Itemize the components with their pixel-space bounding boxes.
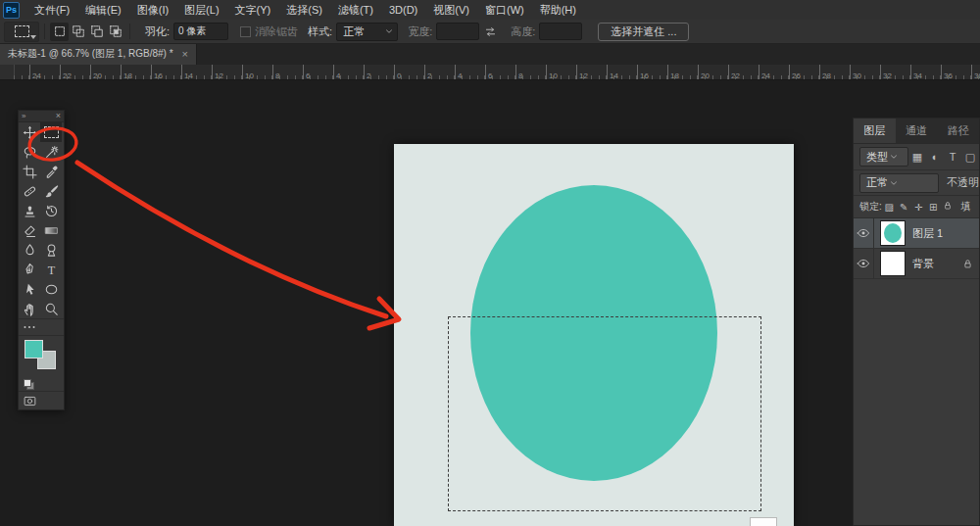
lock-position-icon[interactable]: ✛: [911, 202, 926, 213]
filter-shape-icon[interactable]: ▢: [961, 151, 979, 164]
dodge-tool[interactable]: [40, 240, 62, 260]
layer-visibility-toggle[interactable]: [854, 218, 874, 248]
menu-item-1[interactable]: 编辑(E): [77, 0, 129, 20]
swap-width-height-button[interactable]: [481, 23, 499, 40]
tab-paths[interactable]: 路径: [937, 119, 979, 143]
default-colors-icon[interactable]: [24, 379, 34, 390]
lock-glyph-icon: [943, 201, 953, 211]
canvas[interactable]: [394, 144, 794, 526]
intersect-selection-button[interactable]: [106, 23, 124, 41]
quick-selection-tool[interactable]: [40, 142, 62, 162]
ruler-tick: 24: [29, 65, 41, 79]
lock-transparency-icon[interactable]: ▨: [882, 202, 897, 213]
menu-item-6[interactable]: 滤镜(T): [330, 0, 381, 20]
crop-tool[interactable]: [19, 162, 40, 181]
pen-tool[interactable]: [19, 260, 40, 279]
eraser-tool[interactable]: [19, 220, 40, 240]
close-document-icon[interactable]: ×: [182, 48, 188, 60]
subtract-from-selection-button[interactable]: [87, 23, 106, 41]
collapse-panel-icon[interactable]: »: [22, 112, 25, 120]
menu-item-8[interactable]: 视图(V): [425, 0, 477, 20]
foreground-color-swatch[interactable]: [24, 340, 43, 359]
style-label: 样式:: [308, 24, 332, 39]
close-panel-icon[interactable]: ×: [56, 112, 61, 120]
chevron-down-icon: [888, 152, 899, 163]
lock-all-icon[interactable]: [941, 201, 956, 211]
spot-healing-brush-tool[interactable]: [19, 181, 40, 201]
rectangular-marquee-icon: [15, 25, 29, 37]
lock-label: 锁定:: [859, 200, 882, 214]
eyedropper-tool[interactable]: [40, 162, 62, 181]
path-selection-tool[interactable]: [19, 279, 40, 299]
menu-item-9[interactable]: 窗口(W): [477, 0, 532, 20]
lock-artboard-icon[interactable]: ⊞: [926, 202, 941, 213]
tab-layers[interactable]: 图层: [854, 119, 896, 143]
lasso-icon: [23, 145, 37, 160]
layer-visibility-toggle[interactable]: [854, 249, 874, 278]
filter-kind-value: 类型: [866, 150, 888, 165]
options-bar: 羽化: 0 像素 消除锯齿 样式: 正常 宽度: 高度: 选择并遮住 ...: [0, 20, 980, 44]
menu-item-10[interactable]: 帮助(H): [532, 0, 584, 20]
fill-label: 填: [961, 200, 971, 214]
layer-row-1[interactable]: 背景: [854, 249, 979, 279]
brush-tool[interactable]: [40, 181, 62, 201]
menu-item-2[interactable]: 图像(I): [129, 0, 176, 20]
more-tools-icon: [23, 320, 36, 334]
width-label: 宽度:: [408, 24, 432, 39]
layer-thumbnail[interactable]: [880, 251, 906, 276]
layer-filter-row: 类型 ▦◐T▢: [854, 144, 979, 170]
menu-item-0[interactable]: 文件(F): [26, 0, 77, 20]
gradient-tool[interactable]: [40, 220, 62, 240]
menu-bar: Ps 文件(F)编辑(E)图像(I)图层(L)文字(Y)选择(S)滤镜(T)3D…: [0, 0, 980, 21]
tool-preset-picker[interactable]: [4, 22, 39, 42]
ruler-tick: 16: [151, 65, 163, 79]
ruler-tick: 26: [789, 65, 801, 79]
menu-item-7[interactable]: 3D(D): [381, 0, 425, 20]
blur-tool[interactable]: [19, 240, 40, 260]
menu-item-3[interactable]: 图层(L): [176, 0, 226, 20]
layer-row-0[interactable]: 图层 1: [854, 218, 979, 249]
eye-icon: [857, 257, 870, 270]
blend-mode-select[interactable]: 正常: [859, 173, 939, 193]
chevron-down-icon: [383, 26, 394, 37]
width-input[interactable]: [436, 23, 479, 40]
filter-adjustment-icon[interactable]: ◐: [926, 151, 944, 163]
history-brush-tool[interactable]: [40, 201, 62, 220]
select-and-mask-button[interactable]: 选择并遮住 ...: [598, 23, 689, 41]
filter-type-icon[interactable]: T: [944, 151, 961, 163]
zoom-tool[interactable]: [40, 299, 62, 318]
feather-input[interactable]: 0 像素: [173, 23, 228, 40]
move-tool[interactable]: [19, 122, 40, 142]
style-select[interactable]: 正常: [336, 23, 398, 41]
clone-stamp-tool[interactable]: [19, 201, 40, 220]
lock-pixels-icon[interactable]: ✎: [897, 202, 911, 213]
type-tool[interactable]: T: [40, 260, 62, 279]
lasso-tool[interactable]: [19, 142, 40, 162]
rectangular-marquee-tool[interactable]: [40, 122, 62, 142]
swap-width-height-icon: [484, 25, 497, 38]
more-tools-button[interactable]: [19, 318, 64, 335]
selection-mode-group: [50, 23, 124, 41]
add-to-selection-button[interactable]: [69, 23, 87, 41]
menu-item-5[interactable]: 选择(S): [278, 0, 330, 20]
eye-icon: [857, 226, 870, 240]
color-swatches: [19, 335, 64, 377]
ruler-tick: 10: [546, 65, 558, 79]
hand-tool[interactable]: [19, 299, 40, 318]
menu-item-4[interactable]: 文字(Y): [227, 0, 279, 20]
filter-kind-select[interactable]: 类型: [859, 147, 908, 167]
new-selection-button[interactable]: [50, 23, 69, 41]
quick-mask-button[interactable]: [23, 395, 37, 407]
ruler-tick: 2: [364, 65, 370, 79]
ruler-tick: 28: [819, 65, 831, 79]
layer-thumbnail-ellipse: [884, 223, 902, 243]
blend-mode-row: 正常 不透明: [854, 170, 979, 196]
layer-thumbnail[interactable]: [880, 220, 906, 246]
ellipse-tool[interactable]: [40, 279, 62, 299]
filter-image-icon[interactable]: ▦: [908, 151, 926, 164]
default-colors-row: [19, 377, 64, 391]
tab-channels[interactable]: 通道: [896, 119, 938, 143]
separator: [129, 24, 130, 39]
document-tab[interactable]: 未标题-1 @ 66.7% (图层 1, RGB/8#) * ×: [0, 43, 197, 65]
height-input[interactable]: [539, 23, 582, 40]
